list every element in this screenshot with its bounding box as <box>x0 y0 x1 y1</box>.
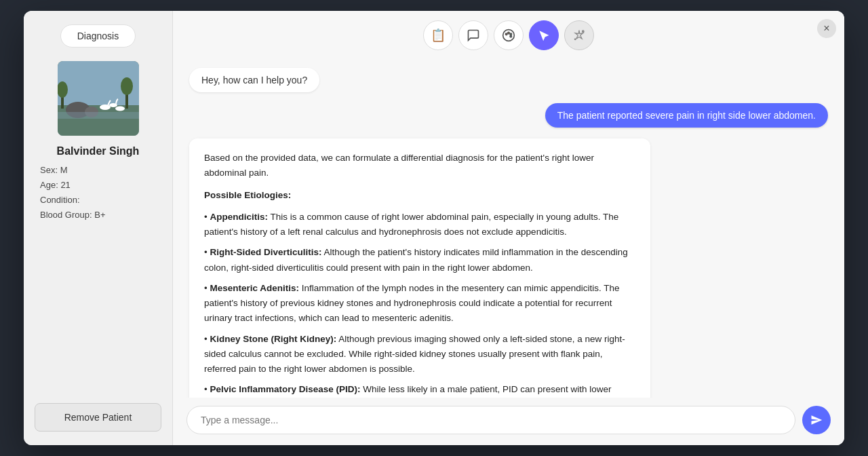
svg-point-17 <box>583 31 585 33</box>
svg-point-6 <box>115 107 125 111</box>
svg-point-16 <box>510 35 512 37</box>
patient-age: Age: 21 <box>40 178 161 193</box>
patient-sex: Sex: M <box>40 163 161 178</box>
left-panel: Diagnosis <box>24 11 173 445</box>
bot-response-message: Based on the provided data, we can formu… <box>189 138 650 398</box>
svg-point-15 <box>510 33 512 35</box>
etiology-kidney-stone: • Kidney Stone (Right Kidney): Although … <box>204 332 635 377</box>
close-button[interactable]: × <box>817 19 836 38</box>
svg-rect-11 <box>58 112 139 119</box>
patient-info: Sex: M Age: 21 Condition: Blood Group: B… <box>35 163 161 223</box>
clipboard-button[interactable]: 📋 <box>423 20 453 50</box>
sparkle-button[interactable] <box>564 20 594 50</box>
etiology-diverticulitis: • Right-Sided Diverticulitis: Although t… <box>204 245 635 276</box>
svg-point-13 <box>505 33 507 35</box>
etiology-appendicitis: • Appendicitis: This is a common cause o… <box>204 210 635 240</box>
svg-point-10 <box>121 77 133 95</box>
svg-point-14 <box>508 32 510 34</box>
right-panel: 📋 <box>173 11 844 445</box>
svg-point-18 <box>574 39 576 40</box>
modal-overlay: × Diagnosis <box>0 0 868 456</box>
bot-greeting-message: Hey, how can I help you? <box>189 68 319 92</box>
palette-button[interactable] <box>494 20 524 50</box>
patient-name: Balvinder Singh <box>57 145 140 157</box>
chat-input[interactable] <box>186 406 795 434</box>
etiology-mesenteric: • Mesenteric Adenitis: Inflammation of t… <box>204 281 635 326</box>
chat-area[interactable]: Hey, how can I help you? The patient rep… <box>173 57 844 398</box>
patient-condition: Condition: <box>40 193 161 208</box>
etiologies-title: Possible Etiologies: <box>204 188 635 203</box>
toolbar: 📋 <box>173 11 844 57</box>
pointer-button[interactable] <box>529 20 559 50</box>
chat-button[interactable] <box>458 20 488 50</box>
diagnosis-tab: Diagnosis <box>60 24 136 48</box>
main-modal: × Diagnosis <box>24 11 844 445</box>
svg-point-4 <box>100 104 111 110</box>
svg-point-12 <box>503 30 515 41</box>
patient-photo <box>58 61 139 136</box>
user-message: The patient reported severe pain in righ… <box>545 103 828 128</box>
patient-blood-group: Blood Group: B+ <box>40 208 161 223</box>
input-area <box>173 398 844 445</box>
send-button[interactable] <box>802 406 831 434</box>
response-intro: Based on the provided data, we can formu… <box>204 151 635 181</box>
etiology-pid: • Pelvic Inflammatory Disease (PID): Whi… <box>204 382 635 398</box>
remove-patient-button[interactable]: Remove Patient <box>35 403 161 432</box>
